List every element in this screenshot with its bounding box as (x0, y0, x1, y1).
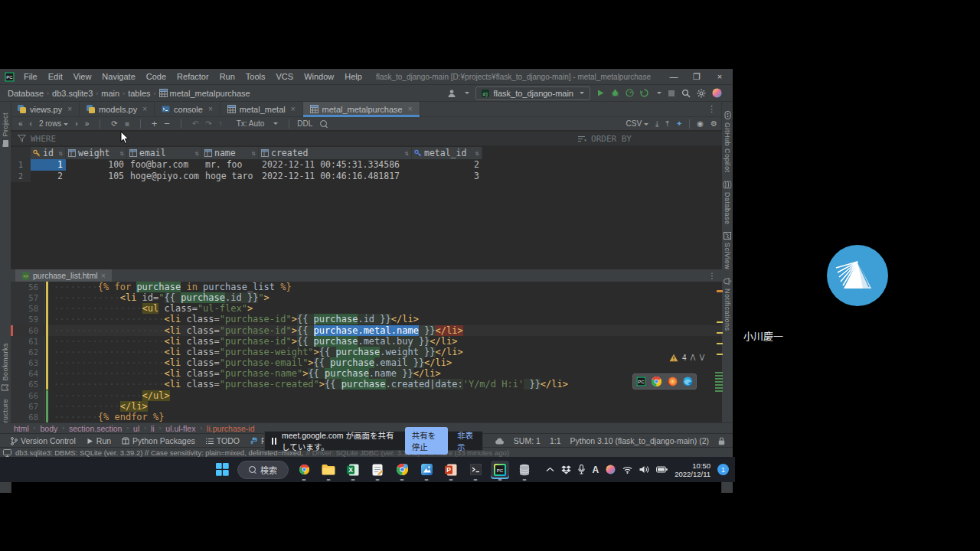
notification-count-badge[interactable]: 1 (717, 464, 729, 475)
tab-metal-metalpurchase[interactable]: metal_metalpurchase× (303, 102, 420, 116)
grid-cell-weight[interactable]: 105 (66, 171, 127, 182)
grid-cell-name[interactable]: mr. foo (202, 159, 259, 171)
sort-arrows-icon[interactable]: ⇅ (475, 149, 479, 157)
ddl-button[interactable]: DDL (297, 119, 312, 128)
taskbar-windows-start[interactable] (213, 461, 231, 479)
taskbar-notepad[interactable] (368, 461, 387, 479)
stop-query-button[interactable]: ■ (125, 119, 129, 128)
grid-cell-name[interactable]: hoge taro (202, 171, 259, 182)
next-problem-icon[interactable]: ᐯ (699, 354, 704, 362)
tray-wifi[interactable] (622, 466, 632, 474)
python-interpreter[interactable]: Python 3.10 (flask_to_django-main) (2) (570, 436, 709, 445)
code-line-61[interactable]: 61····················<li class="purchas… (11, 336, 722, 347)
status-item-todo[interactable]: TODO (206, 436, 240, 445)
code-line-63[interactable]: 63····················<li class="purchas… (11, 357, 722, 368)
tab-console[interactable]: console× (155, 102, 220, 116)
page-size-select[interactable]: 2 rows (39, 119, 68, 128)
menu-navigate[interactable]: Navigate (97, 70, 139, 83)
grid-cell-created[interactable]: 2022-12-11 00:46:16.481817 (259, 171, 412, 182)
tx-mode-select[interactable]: Tx: Auto (234, 119, 282, 128)
tool-window-database[interactable]: Database (724, 181, 731, 225)
taskbar-search[interactable]: 検索 (237, 461, 289, 479)
html-breadcrumb-item[interactable]: html (14, 424, 29, 433)
open-in-edge-icon[interactable] (683, 377, 693, 386)
menu-view[interactable]: View (69, 70, 96, 83)
grid-cell-email[interactable]: foo@bar.com (127, 159, 202, 171)
search-everywhere-icon[interactable] (681, 89, 691, 98)
db-breadcrumb-item[interactable]: db3.sqlite3 (52, 89, 93, 98)
stop-button[interactable] (668, 90, 675, 97)
db-breadcrumb-item[interactable]: main (101, 89, 119, 98)
sort-arrows-icon[interactable]: ⇅ (59, 149, 63, 157)
tab-views-py[interactable]: views.py× (11, 102, 80, 116)
reload-button[interactable]: ⟳ (111, 119, 117, 128)
menu-help[interactable]: Help (340, 70, 367, 83)
settings-gear-icon[interactable] (697, 89, 706, 98)
tray-color-ball[interactable] (606, 465, 616, 474)
grid-cell-metal_id[interactable]: 2 (412, 159, 482, 171)
tool-window-project[interactable]: Project (2, 112, 9, 148)
row-number[interactable]: 2 (11, 171, 31, 182)
grid-order-by[interactable]: ORDER BY (578, 134, 632, 144)
code-line-60[interactable]: 60····················<li class="purchas… (11, 325, 722, 336)
debug-button[interactable] (611, 89, 619, 97)
db-breadcrumb-item[interactable]: tables (128, 89, 150, 98)
tool-window-notifications[interactable]: Notifications (724, 277, 731, 331)
close-tab-icon[interactable]: × (208, 105, 213, 113)
redo-button[interactable]: ↷ (205, 119, 211, 128)
code-with-me-user-icon[interactable] (447, 89, 456, 98)
sort-arrows-icon[interactable]: ⇅ (120, 149, 124, 157)
grid-cell-id[interactable]: 2 (31, 171, 66, 182)
html-breadcrumb-item[interactable]: section.section (69, 424, 122, 433)
code-line-66[interactable]: 66················</ul> (11, 390, 722, 401)
inspections-widget[interactable]: 4 ᐱ ᐯ (669, 354, 704, 362)
code-line-67[interactable]: 67············</li> (11, 401, 722, 412)
column-header-id[interactable]: id⇅ (31, 147, 66, 159)
code-line-57[interactable]: 57············<li id="{{ purchase.id }}"… (11, 292, 722, 303)
status-item-run[interactable]: Run (87, 436, 111, 445)
close-tab-icon[interactable]: × (291, 105, 296, 113)
menu-tools[interactable]: Tools (241, 70, 270, 83)
run-configuration-select[interactable]: dj flask_to_django-main (475, 86, 590, 100)
minimize-button[interactable]: — (662, 72, 685, 82)
prev-page-button[interactable]: ‹ (30, 119, 32, 128)
tool-window-sciview[interactable]: SciView (724, 232, 731, 269)
open-in-pycharm-icon[interactable]: PC (636, 377, 646, 386)
html-breadcrumb-item[interactable]: li (151, 424, 155, 433)
grid-cell-email[interactable]: hoge@piyo.com (127, 171, 202, 182)
tab-purchase-list-html[interactable]: <> purchase_list.html × (15, 269, 112, 282)
taskbar-pycharm[interactable]: PC (491, 461, 509, 479)
export-format-select[interactable]: CSV (626, 119, 649, 128)
coverage-button[interactable] (640, 89, 648, 97)
taskbar-file-explorer[interactable] (319, 461, 338, 479)
maximize-button[interactable]: ❐ (685, 72, 708, 82)
next-page-button[interactable]: › (75, 119, 77, 128)
close-tab-icon[interactable]: × (142, 105, 147, 113)
add-row-button[interactable]: + (152, 118, 158, 129)
db-breadcrumb-item[interactable]: metal_metalpurchase (159, 89, 250, 98)
open-in-firefox-icon[interactable] (668, 377, 678, 386)
run-button[interactable] (596, 89, 605, 97)
tray-battery[interactable] (656, 466, 668, 473)
menu-run[interactable]: Run (215, 70, 240, 83)
code-line-59[interactable]: 59····················<li class="purchas… (11, 314, 722, 324)
code-line-56[interactable]: 56········{% for purchase in purchase_li… (11, 282, 722, 292)
close-button[interactable]: × (708, 72, 731, 82)
html-breadcrumb-item[interactable]: body (41, 424, 58, 433)
status-item-version-control[interactable]: Version Control (11, 436, 76, 445)
close-tab-icon[interactable]: × (67, 105, 72, 113)
code-line-62[interactable]: 62····················<li class="purchas… (11, 347, 722, 357)
menu-file[interactable]: File (19, 70, 42, 83)
gradient-ball-icon[interactable] (712, 88, 722, 98)
sort-arrows-icon[interactable]: ⇅ (195, 149, 199, 157)
export-download-icon[interactable]: ⤓ (655, 119, 658, 129)
tray-ime-a[interactable]: A (592, 465, 599, 475)
code-line-58[interactable]: 58················<ul class="ul-flex"> (11, 303, 722, 314)
taskbar-chrome-profile[interactable] (393, 461, 411, 479)
tray-volume[interactable] (639, 465, 649, 474)
code-line-65[interactable]: 65····················<li class="purchas… (11, 379, 722, 390)
db-breadcrumb-item[interactable]: Database (8, 89, 44, 98)
grid-filter-row[interactable]: WHERE ORDER BY (11, 132, 722, 146)
grid-cell-weight[interactable]: 100 (66, 159, 127, 171)
submit-button[interactable]: ↑ (219, 119, 223, 128)
